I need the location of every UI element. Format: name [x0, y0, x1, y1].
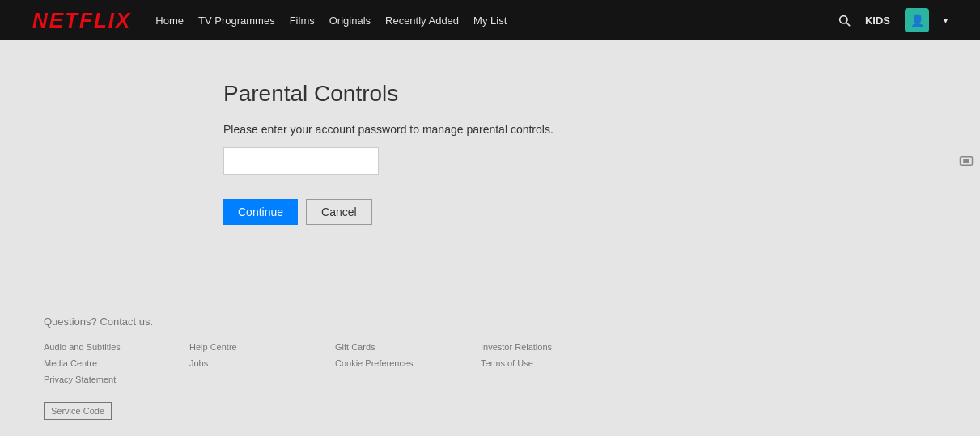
svg-line-1 — [846, 23, 850, 26]
kids-label[interactable]: KIDS — [865, 15, 890, 27]
search-button[interactable] — [838, 14, 851, 27]
footer-link-audio-subtitles[interactable]: Audio and Subtitles — [44, 342, 189, 352]
nav-films[interactable]: Films — [290, 15, 315, 27]
profile-dropdown-chevron[interactable]: ▾ — [944, 16, 948, 25]
profile-avatar[interactable] — [905, 8, 929, 32]
password-toggle-icon[interactable] — [959, 155, 974, 167]
service-code-button[interactable]: Service Code — [44, 402, 112, 420]
contact-us-link[interactable]: Contact us. — [100, 315, 153, 328]
footer-question: Questions? Contact us. — [44, 315, 980, 328]
content-area: Parental Controls Please enter your acco… — [0, 81, 980, 225]
footer-links: Audio and Subtitles Help Centre Gift Car… — [44, 342, 980, 384]
main-nav: Home TV Programmes Films Originals Recen… — [155, 15, 838, 27]
footer-link-cookie-preferences[interactable]: Cookie Preferences — [335, 358, 481, 368]
search-icon — [838, 14, 851, 27]
header-right: KIDS ▾ — [838, 8, 948, 32]
footer-link-investor-relations[interactable]: Investor Relations — [481, 342, 626, 352]
footer-link-gift-cards[interactable]: Gift Cards — [335, 342, 481, 352]
footer: Questions? Contact us. Audio and Subtitl… — [0, 299, 980, 436]
continue-button[interactable]: Continue — [223, 199, 298, 225]
svg-rect-3 — [964, 159, 969, 163]
cancel-button[interactable]: Cancel — [306, 199, 372, 225]
description-text: Please enter your account password to ma… — [223, 123, 980, 136]
footer-link-privacy-statement[interactable]: Privacy Statement — [44, 375, 189, 384]
eye-icon — [959, 155, 974, 167]
footer-link-media-centre[interactable]: Media Centre — [44, 358, 189, 368]
nav-my-list[interactable]: My List — [473, 15, 507, 27]
nav-originals[interactable]: Originals — [329, 15, 371, 27]
page-title: Parental Controls — [223, 81, 980, 107]
footer-link-jobs[interactable]: Jobs — [189, 358, 335, 368]
netflix-logo[interactable]: NETFLIX — [32, 8, 131, 33]
nav-recently-added[interactable]: Recently Added — [385, 15, 459, 27]
footer-inner: Questions? Contact us. Audio and Subtitl… — [0, 315, 980, 420]
footer-link-help-centre[interactable]: Help Centre — [189, 342, 335, 352]
password-input[interactable] — [223, 147, 379, 175]
main-content: Parental Controls Please enter your acco… — [0, 40, 980, 299]
nav-tv-programmes[interactable]: TV Programmes — [198, 15, 275, 27]
header: NETFLIX Home TV Programmes Films Origina… — [0, 0, 980, 40]
action-buttons: Continue Cancel — [223, 199, 980, 225]
password-field-wrapper — [223, 147, 980, 175]
nav-home[interactable]: Home — [155, 15, 184, 27]
footer-link-terms-of-use[interactable]: Terms of Use — [481, 358, 626, 368]
